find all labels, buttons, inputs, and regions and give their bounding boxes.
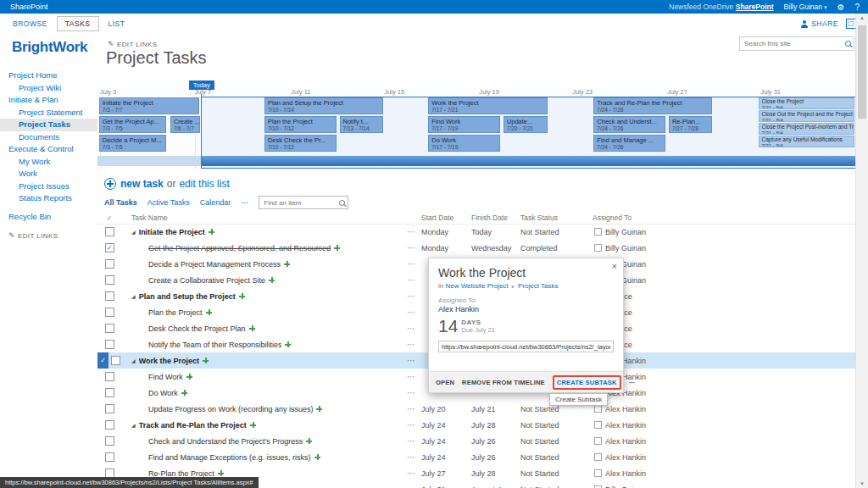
task-name-cell[interactable]: Create a Collaborative Project Site bbox=[121, 272, 401, 288]
row-checkbox[interactable] bbox=[105, 340, 114, 349]
breadcrumb-list-link[interactable]: Project Tasks bbox=[518, 282, 558, 290]
row-checkbox[interactable] bbox=[105, 324, 114, 333]
timeline-bar[interactable]: Capture any Useful Modifications7/31 - 8… bbox=[759, 136, 854, 147]
row-checkbox[interactable] bbox=[105, 308, 114, 317]
task-menu-button[interactable]: ⋯ bbox=[401, 336, 421, 352]
timeline-bar[interactable]: Close the Project7/31 - 8/4 bbox=[759, 97, 854, 109]
timeline-bar[interactable]: Initiate the Project7/3 - 7/7 bbox=[99, 97, 199, 114]
row-checkbox[interactable] bbox=[111, 356, 120, 365]
row-checkbox[interactable] bbox=[105, 436, 114, 446]
callout-action-remove-from-timeline[interactable]: REMOVE FROM TIMELINE bbox=[462, 379, 545, 386]
task-menu-button[interactable]: ⋯ bbox=[401, 465, 421, 481]
task-menu-button[interactable]: ⋯ bbox=[401, 320, 421, 336]
timeline-bar[interactable]: Plan the Project7/10 - 7/12 bbox=[264, 116, 337, 133]
task-name-cell[interactable]: Get the Project Approved, Sponsored, and… bbox=[121, 240, 401, 256]
task-menu-button[interactable]: ⋯ bbox=[401, 481, 421, 488]
suite-link-newsfeed[interactable]: Newsfeed bbox=[669, 3, 701, 11]
site-search-input[interactable] bbox=[743, 39, 845, 48]
task-menu-button[interactable]: ⋯ bbox=[401, 224, 421, 240]
vertical-scrollbar[interactable]: ▲ ▼ bbox=[855, 14, 868, 488]
suite-link-onedrive[interactable]: OneDrive bbox=[703, 3, 733, 11]
sidebar-item-recycle-bin[interactable]: Recycle Bin bbox=[0, 211, 97, 224]
select-all-header[interactable]: ✓ bbox=[97, 214, 121, 222]
sidebar-item-work[interactable]: Work bbox=[0, 168, 97, 180]
table-row[interactable]: Find and Manage Exceptions (e.g. issues,… bbox=[97, 449, 856, 465]
column-header-assigned-to[interactable]: Assigned To bbox=[593, 214, 856, 222]
task-name-cell[interactable]: Notify the Team of their Responsibilitie… bbox=[121, 336, 401, 352]
row-checkbox[interactable] bbox=[105, 420, 114, 430]
task-menu-button[interactable]: ⋯ bbox=[401, 369, 421, 385]
view-tab-more[interactable]: ⋯ bbox=[241, 198, 248, 207]
task-name-cell[interactable]: Find and Manage Exceptions (e.g. issues,… bbox=[121, 449, 401, 465]
task-menu-button[interactable]: ⋯ bbox=[401, 288, 421, 304]
sidebar-item-project-issues[interactable]: Project Issues bbox=[0, 180, 97, 193]
ribbon-tab-browse[interactable]: BROWSE bbox=[5, 17, 55, 30]
sidebar-item-initiate-plan[interactable]: Initiate & Plan bbox=[0, 94, 97, 107]
task-menu-button[interactable]: ⋯ bbox=[401, 417, 421, 433]
plus-circle-icon[interactable] bbox=[104, 178, 116, 190]
timeline-bar[interactable]: Create ...7/6 - 7/7 bbox=[170, 116, 200, 133]
sidebar-item-documents[interactable]: Documents bbox=[0, 131, 97, 144]
task-menu-button[interactable]: ⋯ bbox=[401, 401, 421, 417]
timeline-bar[interactable]: Close the Project Post-mortem and Track … bbox=[759, 123, 854, 135]
user-menu[interactable]: Billy Guinan▾ bbox=[784, 3, 827, 11]
timeline-bar[interactable]: Plan and Setup the Project7/10 - 7/14 bbox=[264, 97, 383, 114]
row-checkbox[interactable] bbox=[105, 275, 114, 285]
timeline-bar[interactable]: Update...7/20 - 7/21 bbox=[504, 116, 548, 133]
row-checkbox[interactable] bbox=[105, 452, 114, 462]
help-icon[interactable]: ? bbox=[854, 3, 860, 12]
row-checkbox[interactable]: ✓ bbox=[105, 243, 114, 252]
timeline-bar[interactable]: Track and Re-Plan the Project7/24 - 7/28 bbox=[593, 97, 712, 114]
sidebar-item-project-wiki[interactable]: Project Wiki bbox=[0, 82, 97, 95]
callout-action-create-subtask[interactable]: CREATE SUBTASK bbox=[553, 375, 621, 390]
task-menu-button[interactable]: ⋯ bbox=[401, 240, 421, 256]
timeline-bar[interactable]: Check and Underst...7/24 - 7/26 bbox=[593, 116, 665, 133]
expand-triangle-icon[interactable]: ◢ bbox=[131, 422, 136, 428]
task-name-cell[interactable]: Check and Understand the Project's Progr… bbox=[121, 433, 401, 449]
sidebar-item-project-home[interactable]: Project Home bbox=[0, 69, 97, 82]
view-tab-all-tasks[interactable]: All Tasks bbox=[104, 198, 137, 207]
task-menu-button[interactable]: ⋯ bbox=[401, 449, 421, 465]
scrollbar-thumb[interactable] bbox=[858, 25, 866, 119]
task-name-cell[interactable]: Desk Check the Project Plan bbox=[121, 320, 401, 336]
table-row[interactable]: ◢Initiate the Project⋯MondayTodayNot Sta… bbox=[97, 224, 856, 240]
sidebar-item-my-work[interactable]: My Work bbox=[0, 156, 97, 169]
row-checkbox[interactable] bbox=[105, 291, 114, 301]
sidebar-item-execute-control[interactable]: Execute & Control bbox=[0, 143, 97, 156]
task-name-cell[interactable]: Do Work bbox=[121, 385, 401, 401]
timeline-bar[interactable]: Decide a Project M...7/3 - 7/5 bbox=[99, 135, 167, 152]
timeline-bar[interactable]: Close Out the Project and the Project si… bbox=[759, 110, 854, 122]
table-row[interactable]: Check and Understand the Project's Progr… bbox=[97, 433, 856, 449]
task-name-cell[interactable]: ◢Track and Re-Plan the Project bbox=[121, 417, 401, 433]
view-tab-calendar[interactable]: Calendar bbox=[200, 198, 231, 207]
column-header-start-date[interactable]: Start Date bbox=[421, 214, 471, 222]
task-name-cell[interactable]: ◢Initiate the Project bbox=[121, 224, 401, 240]
task-menu-button[interactable]: ⋯ bbox=[401, 304, 421, 320]
task-menu-button[interactable]: ⋯ bbox=[401, 385, 421, 401]
column-header-finish-date[interactable]: Finish Date bbox=[471, 214, 520, 222]
find-item-input[interactable] bbox=[262, 198, 339, 208]
edit-this-list-link[interactable]: edit this list bbox=[179, 178, 229, 190]
timeline-bar[interactable]: Notify t...7/13 - 7/14 bbox=[340, 116, 383, 133]
expand-triangle-icon[interactable]: ◢ bbox=[131, 358, 136, 363]
sidebar-item-status-reports[interactable]: Status Reports bbox=[0, 192, 97, 205]
timeline-bar[interactable]: Find and Manage ...7/24 - 7/26 bbox=[593, 135, 665, 152]
column-header-task-name[interactable]: Task Name bbox=[121, 214, 401, 222]
timeline-bar[interactable]: Desk Check the Pr...7/10 - 7/12 bbox=[264, 135, 337, 152]
scroll-down-icon[interactable]: ▼ bbox=[856, 481, 868, 486]
search-icon[interactable] bbox=[845, 41, 851, 47]
share-button[interactable]: SHARE bbox=[800, 19, 838, 28]
new-task-link[interactable]: new task bbox=[120, 178, 164, 190]
ribbon-tab-list[interactable]: LIST bbox=[101, 17, 133, 30]
row-checkbox[interactable] bbox=[105, 404, 114, 413]
task-menu-button[interactable]: ⋯ bbox=[401, 433, 421, 449]
suite-link-sharepoint[interactable]: SharePoint bbox=[736, 3, 774, 11]
sidebar-item-project-statement[interactable]: Project Statement bbox=[0, 107, 97, 119]
timeline-bar[interactable]: Work the Project7/17 - 7/21 bbox=[428, 97, 548, 114]
task-name-cell[interactable]: Plan the Project bbox=[121, 304, 401, 320]
close-icon[interactable]: × bbox=[612, 262, 617, 270]
table-row[interactable]: ✓Get the Project Approved, Sponsored, an… bbox=[97, 240, 856, 256]
callout-action-open[interactable]: OPEN bbox=[436, 379, 454, 386]
task-name-cell[interactable]: Update Progress on Work (recording any i… bbox=[121, 401, 401, 417]
find-search-icon[interactable] bbox=[339, 200, 345, 206]
